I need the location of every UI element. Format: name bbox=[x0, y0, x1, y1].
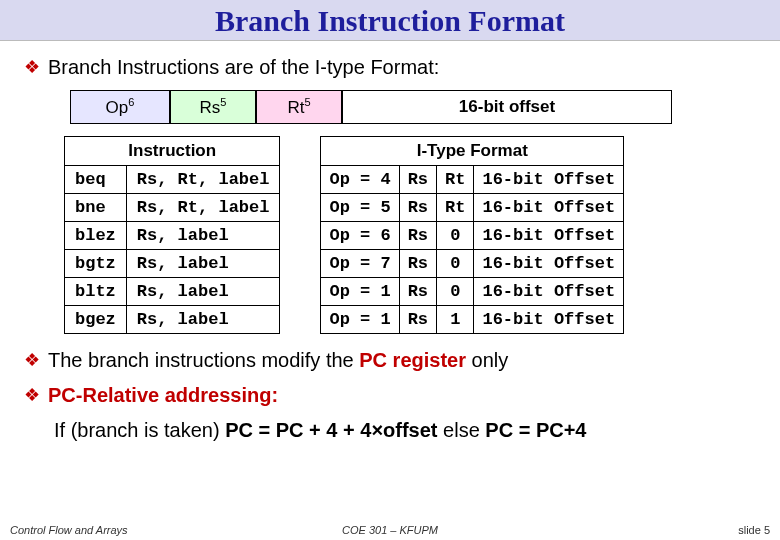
bullet-2-text-b: only bbox=[466, 349, 508, 371]
format-table: I-Type Format Op = 4RsRt16-bit Offset Op… bbox=[320, 136, 624, 334]
op-cell: Op = 1 bbox=[321, 278, 399, 306]
rt-cell: 1 bbox=[437, 306, 474, 334]
operands-cell: Rs, label bbox=[126, 222, 280, 250]
slide-body: ❖Branch Instructions are of the I-type F… bbox=[0, 41, 780, 443]
footer: Control Flow and Arrays COE 301 – KFUPM … bbox=[0, 524, 780, 536]
mnemonic-cell: bgez bbox=[65, 306, 127, 334]
bullet-2: ❖The branch instructions modify the PC r… bbox=[24, 348, 756, 373]
field-op-bits: 6 bbox=[128, 96, 134, 108]
field-rt: Rt5 bbox=[256, 90, 342, 124]
field-op-label: Op bbox=[106, 98, 129, 117]
field-op: Op6 bbox=[70, 90, 170, 124]
instruction-table: Instruction beqRs, Rt, label bneRs, Rt, … bbox=[64, 136, 280, 334]
mnemonic-cell: blez bbox=[65, 222, 127, 250]
rs-cell: Rs bbox=[399, 222, 436, 250]
bullet-4-text-bold1: PC = PC + 4 + 4×offset bbox=[225, 419, 437, 441]
offset-cell: 16-bit Offset bbox=[474, 194, 624, 222]
rs-cell: Rs bbox=[399, 166, 436, 194]
bullet-3-text: PC-Relative addressing: bbox=[48, 384, 278, 406]
table-row: Op = 6Rs016-bit Offset bbox=[321, 222, 624, 250]
rs-cell: Rs bbox=[399, 194, 436, 222]
op-cell: Op = 7 bbox=[321, 250, 399, 278]
op-cell: Op = 1 bbox=[321, 306, 399, 334]
field-offset: 16-bit offset bbox=[342, 90, 672, 124]
offset-cell: 16-bit Offset bbox=[474, 222, 624, 250]
bullet-2-text-bold: PC register bbox=[359, 349, 466, 371]
rt-cell: 0 bbox=[437, 250, 474, 278]
diamond-icon: ❖ bbox=[24, 385, 40, 405]
field-rt-label: Rt bbox=[287, 98, 304, 117]
rt-cell: 0 bbox=[437, 278, 474, 306]
table-row: Op = 1Rs116-bit Offset bbox=[321, 306, 624, 334]
table-row: bltzRs, label bbox=[65, 278, 280, 306]
offset-cell: 16-bit Offset bbox=[474, 278, 624, 306]
rt-cell: Rt bbox=[437, 194, 474, 222]
tables-row: Instruction beqRs, Rt, label bneRs, Rt, … bbox=[64, 136, 756, 334]
mnemonic-cell: bgtz bbox=[65, 250, 127, 278]
table-row: bgezRs, label bbox=[65, 306, 280, 334]
mnemonic-cell: bltz bbox=[65, 278, 127, 306]
bullet-1-text: Branch Instructions are of the I-type Fo… bbox=[48, 56, 439, 78]
bullet-4-text-bold2: PC = PC+4 bbox=[485, 419, 586, 441]
instruction-table-header: Instruction bbox=[65, 137, 280, 166]
table-row: blezRs, label bbox=[65, 222, 280, 250]
rs-cell: Rs bbox=[399, 278, 436, 306]
rs-cell: Rs bbox=[399, 250, 436, 278]
operands-cell: Rs, Rt, label bbox=[126, 166, 280, 194]
table-row: Op = 1Rs016-bit Offset bbox=[321, 278, 624, 306]
offset-cell: 16-bit Offset bbox=[474, 250, 624, 278]
table-row: Op = 5RsRt16-bit Offset bbox=[321, 194, 624, 222]
operands-cell: Rs, label bbox=[126, 250, 280, 278]
op-cell: Op = 5 bbox=[321, 194, 399, 222]
format-diagram: Op6 Rs5 Rt5 16-bit offset bbox=[70, 90, 756, 124]
operands-cell: Rs, Rt, label bbox=[126, 194, 280, 222]
table-row: Op = 4RsRt16-bit Offset bbox=[321, 166, 624, 194]
op-cell: Op = 6 bbox=[321, 222, 399, 250]
operands-cell: Rs, label bbox=[126, 306, 280, 334]
format-table-header: I-Type Format bbox=[321, 137, 624, 166]
bullet-2-text-a: The branch instructions modify the bbox=[48, 349, 359, 371]
table-row: Op = 7Rs016-bit Offset bbox=[321, 250, 624, 278]
bullet-4-text-a: If (branch is taken) bbox=[54, 419, 225, 441]
field-rs-label: Rs bbox=[200, 98, 221, 117]
operands-cell: Rs, label bbox=[126, 278, 280, 306]
mnemonic-cell: bne bbox=[65, 194, 127, 222]
mnemonic-cell: beq bbox=[65, 166, 127, 194]
rs-cell: Rs bbox=[399, 306, 436, 334]
offset-cell: 16-bit Offset bbox=[474, 306, 624, 334]
slide: Branch Instruction Format ❖Branch Instru… bbox=[0, 0, 780, 540]
rt-cell: 0 bbox=[437, 222, 474, 250]
footer-center: COE 301 – KFUPM bbox=[0, 524, 780, 536]
table-row: bgtzRs, label bbox=[65, 250, 280, 278]
op-cell: Op = 4 bbox=[321, 166, 399, 194]
bullet-1: ❖Branch Instructions are of the I-type F… bbox=[24, 55, 756, 80]
title-band: Branch Instruction Format bbox=[0, 0, 780, 41]
page-title: Branch Instruction Format bbox=[0, 4, 780, 38]
rt-cell: Rt bbox=[437, 166, 474, 194]
table-row: bneRs, Rt, label bbox=[65, 194, 280, 222]
diamond-icon: ❖ bbox=[24, 57, 40, 77]
bullet-4-text-b: else bbox=[438, 419, 486, 441]
diamond-icon: ❖ bbox=[24, 350, 40, 370]
field-rs: Rs5 bbox=[170, 90, 256, 124]
table-row: beqRs, Rt, label bbox=[65, 166, 280, 194]
offset-cell: 16-bit Offset bbox=[474, 166, 624, 194]
bullet-4: If (branch is taken) PC = PC + 4 + 4×off… bbox=[54, 418, 756, 443]
field-rs-bits: 5 bbox=[220, 96, 226, 108]
bullet-3: ❖PC-Relative addressing: bbox=[24, 383, 756, 408]
field-rt-bits: 5 bbox=[304, 96, 310, 108]
